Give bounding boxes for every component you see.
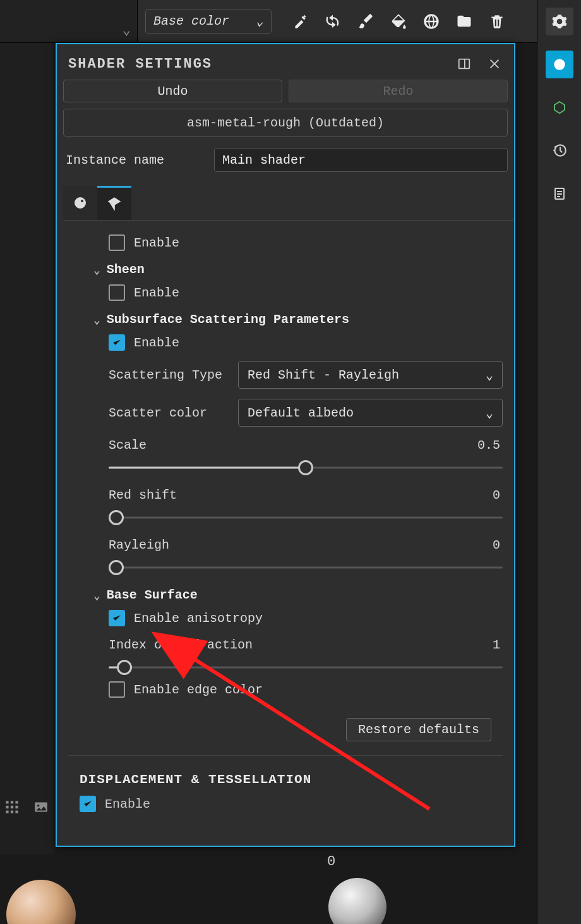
red-shift-slider[interactable]: Red shift 0 (109, 488, 503, 526)
section-title: Sheen (107, 262, 145, 277)
svg-point-10 (75, 197, 86, 209)
section-sheen[interactable]: ⌄ Sheen (93, 262, 503, 277)
notes-icon[interactable] (546, 179, 573, 207)
section-title: Subsurface Scattering Parameters (107, 312, 349, 327)
redo-button[interactable]: Redo (289, 80, 508, 102)
rotate-icon[interactable] (323, 12, 342, 31)
ior-slider[interactable]: Index of refraction 1 (109, 638, 503, 676)
toolbar-icon-group (290, 12, 506, 31)
enable-label: Enable (134, 286, 179, 300)
rayleigh-slider[interactable]: Rayleigh 0 (109, 538, 503, 576)
slider-label: Rayleigh (109, 538, 169, 552)
globe-icon[interactable] (422, 12, 441, 31)
left-strip (0, 43, 54, 924)
trash-icon[interactable] (488, 12, 506, 31)
section-displacement[interactable]: DISPLACEMENT & TESSELLATION (80, 772, 503, 787)
svg-point-0 (554, 59, 565, 70)
channel-select-label: Base color (153, 14, 229, 28)
scatter-type-label: Scattering Type (109, 368, 238, 382)
image-icon[interactable] (33, 799, 51, 817)
enable-label: Enable (134, 236, 179, 250)
channel-select[interactable]: Base color ⌄ (145, 9, 272, 34)
material-sphere[interactable] (6, 880, 76, 924)
material-thumbnails: 0 (0, 854, 537, 924)
painter-icon[interactable] (546, 51, 573, 78)
anisotropy-label: Enable anisotropy (134, 611, 263, 626)
zero-label: 0 (327, 854, 335, 870)
scale-slider[interactable]: Scale 0.5 (109, 438, 503, 477)
shader-settings-dialog: SHADER SETTINGS Undo Redo asm-metal-roug… (56, 43, 515, 847)
scatter-color-select[interactable]: Default albedo ⌄ (238, 399, 503, 427)
anisotropy-checkbox[interactable] (109, 610, 125, 626)
undo-button[interactable]: Undo (63, 80, 282, 102)
section-sss[interactable]: ⌄ Subsurface Scattering Parameters (93, 312, 503, 327)
grid-icon[interactable] (4, 799, 21, 817)
slider-label: Red shift (109, 488, 177, 502)
instance-name-label: Instance name (66, 153, 208, 167)
section-base-surface[interactable]: ⌄ Base Surface (93, 588, 503, 602)
tab-shader-mesh[interactable] (97, 186, 131, 220)
enable-label: Enable (134, 336, 179, 350)
instance-name-input[interactable] (214, 148, 508, 172)
settings-gear-icon[interactable] (546, 8, 573, 35)
sheen-enable-checkbox[interactable] (109, 284, 125, 301)
enable-checkbox[interactable] (109, 234, 125, 251)
close-icon[interactable] (486, 56, 503, 72)
chevron-down-icon: ⌄ (93, 263, 100, 277)
top-left-panel: ⌄ (0, 0, 138, 42)
slider-label: Index of refraction (109, 638, 253, 652)
select-value: Red Shift - Rayleigh (248, 368, 399, 382)
section-title: Base Surface (107, 588, 198, 602)
bucket-icon[interactable] (389, 12, 408, 31)
sss-enable-checkbox[interactable] (109, 334, 125, 351)
hex-icon[interactable] (546, 94, 573, 121)
slider-value: 0 (493, 538, 500, 552)
slider-value: 0 (493, 488, 500, 502)
svg-marker-1 (554, 102, 565, 113)
history-icon[interactable] (546, 137, 573, 164)
shader-name-button[interactable]: asm-metal-rough (Outdated) (63, 109, 508, 137)
folder-icon[interactable] (455, 12, 474, 31)
chevron-down-icon: ⌄ (93, 313, 100, 327)
svg-point-5 (37, 805, 39, 806)
restore-defaults-button[interactable]: Restore defaults (346, 718, 491, 741)
displacement-enable-checkbox[interactable] (80, 796, 96, 812)
scatter-type-select[interactable]: Red Shift - Rayleigh ⌄ (238, 361, 503, 389)
edge-color-label: Enable edge color (134, 683, 263, 697)
slider-value: 1 (493, 638, 500, 652)
select-value: Default albedo (248, 406, 354, 420)
right-rail (537, 0, 581, 924)
tab-shader-globe[interactable] (63, 186, 97, 220)
chevron-down-icon: ⌄ (486, 405, 493, 421)
slider-label: Scale (109, 438, 147, 453)
top-toolbar: ⌄ Base color ⌄ (0, 0, 581, 43)
magic-wand-icon[interactable] (290, 12, 309, 31)
enable-label: Enable (105, 797, 150, 812)
shader-tabs (63, 186, 514, 221)
chevron-down-icon: ⌄ (486, 367, 493, 383)
divider (68, 755, 503, 756)
scatter-color-label: Scatter color (109, 406, 238, 420)
slider-value: 0.5 (477, 438, 500, 453)
edge-color-checkbox[interactable] (109, 681, 125, 698)
svg-point-11 (81, 200, 83, 202)
chevron-down-icon: ⌄ (93, 588, 100, 602)
chevron-down-icon[interactable]: ⌄ (123, 21, 131, 39)
chevron-down-icon: ⌄ (256, 13, 263, 29)
dialog-title: SHADER SETTINGS (68, 56, 212, 72)
panel-layout-icon[interactable] (456, 56, 472, 72)
brush-icon[interactable] (356, 12, 375, 31)
shader-params-panel: Enable ⌄ Sheen Enable ⌄ Subsurface Scatt… (57, 221, 514, 846)
material-sphere[interactable] (328, 878, 386, 924)
